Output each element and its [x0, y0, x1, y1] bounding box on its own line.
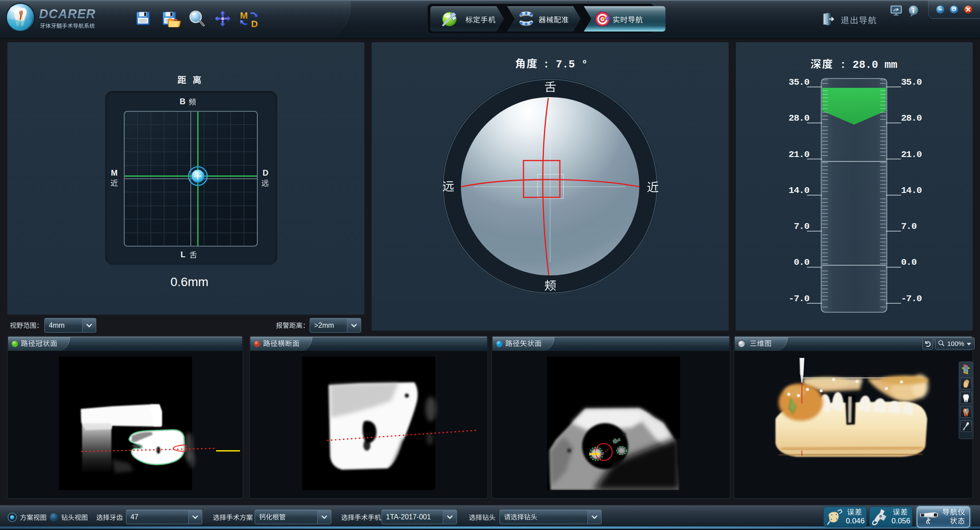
svg-text:M: M: [240, 10, 248, 20]
svg-text:D: D: [251, 19, 258, 28]
